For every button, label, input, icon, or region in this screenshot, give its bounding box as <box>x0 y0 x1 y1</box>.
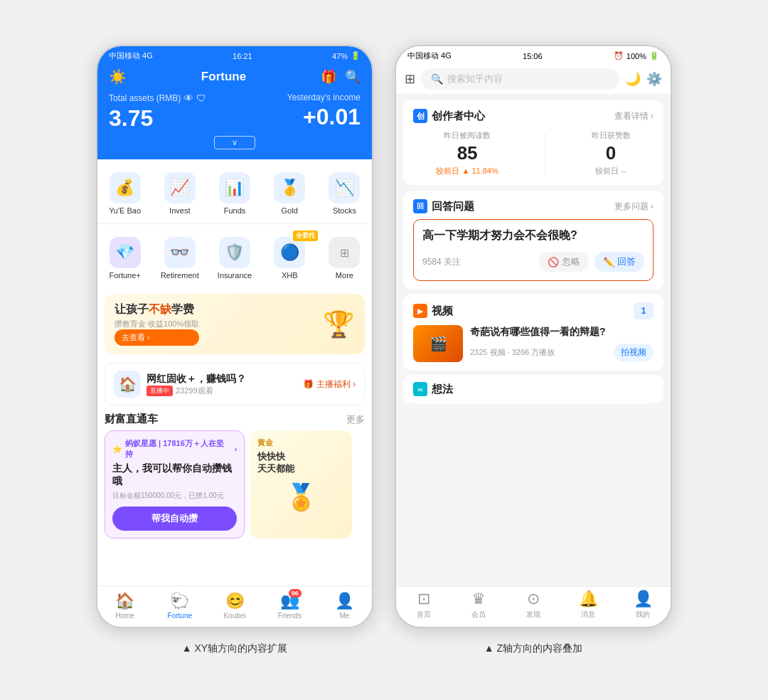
video-icon: ▶ <box>413 304 427 318</box>
retirement-label: Retirement <box>161 271 199 280</box>
moon-icon[interactable]: 🌙 <box>625 71 641 87</box>
battery-icon-right: 🔋 <box>649 51 659 60</box>
qa-question-text: 高一下学期才努力会不会很晚? <box>422 228 644 243</box>
nav-me-label: Me <box>339 612 349 620</box>
chevron-button[interactable]: ∨ <box>214 136 255 149</box>
discover-icon-zh: ⊙ <box>527 590 540 608</box>
banner-title: 让孩子不缺学费 <box>114 302 199 317</box>
battery-left: 47% <box>332 52 348 60</box>
time-left: 16:21 <box>233 52 252 60</box>
icon-more[interactable]: ⊞ More <box>317 231 372 285</box>
icon-fortune-plus[interactable]: 💎 Fortune+ <box>97 231 152 285</box>
nav-koubei[interactable]: 😊 Koubei <box>207 586 262 627</box>
creator-title-text: 创作者中心 <box>432 110 485 123</box>
video-card: ▶ 视频 1 🎬 奇葩说有哪些值得一看的辩题? 2325 视频 · 3266 万… <box>403 294 663 371</box>
zhihu-content: 创 创作者中心 查看详情 › 昨日被阅读数 85 较前日 ▲ 11.84% <box>396 95 671 586</box>
search-placeholder: 搜索知乎内容 <box>447 73 503 85</box>
ignore-button[interactable]: 🚫 忽略 <box>539 252 589 272</box>
reads-value: 85 <box>436 142 498 164</box>
ignore-icon: 🚫 <box>548 257 559 267</box>
invest-icon: 📈 <box>164 172 196 203</box>
right-phone: 中国移动 4G 15:06 ⏰ 100% 🔋 ⊞ 🔍 搜索知乎内容 🌙 ⚙️ <box>395 45 672 628</box>
right-caption: ▲ Z轴方向的内容叠加 <box>484 642 582 655</box>
eye-icon[interactable]: 👁 <box>183 92 193 104</box>
nav-friends[interactable]: 👥 Friends 96 <box>262 586 317 627</box>
fortune-title: Fortune <box>127 70 321 84</box>
video-title-section: 视频 <box>432 304 453 318</box>
icon-yuebao[interactable]: 💰 Yu'E Bao <box>97 166 152 221</box>
video-thumbnail: 🎬 <box>413 325 463 362</box>
icon-retirement[interactable]: 👓 Retirement <box>152 231 207 285</box>
fortune-plus-icon: 💎 <box>110 237 141 268</box>
video-badge[interactable]: 1 <box>634 302 654 319</box>
qa-title-text: 回答问题 <box>432 200 474 213</box>
live-title: 网红固收＋，赚钱吗？ <box>146 373 246 386</box>
qa-follow-count: 9584 关注 <box>422 256 461 268</box>
member-icon-zh: ♛ <box>471 590 486 608</box>
education-banner[interactable]: 让孩子不缺学费 攒教育金 收益100%领取 去查看 › 🏆 <box>105 294 365 354</box>
live-card[interactable]: 🏠 网红固收＋，赚钱吗？ 直播中 23299观看 🎁 主播福利 › <box>105 363 365 405</box>
nav-me[interactable]: 👤 Me <box>317 586 372 627</box>
icon-stocks[interactable]: 📉 Stocks <box>317 166 372 221</box>
me-icon: 👤 <box>335 592 354 610</box>
live-logo: 🏠 <box>114 371 141 398</box>
gold-icon: 🥇 <box>274 172 305 203</box>
left-phone: 中国移动 4G 16:21 47% 🔋 ☀️ Fortune 🎁 🔍 <box>96 45 373 628</box>
fortune-header: ☀️ Fortune 🎁 🔍 Total assets (RMB) 👁 🛡 <box>97 64 372 159</box>
nav-member-zh[interactable]: ♛ 会员 <box>451 590 506 620</box>
icon-xhb[interactable]: 🔵 XHB 全委托 <box>262 231 317 285</box>
search-icon[interactable]: 🔍 <box>345 69 361 85</box>
sixiang-section: ∞ 想法 <box>403 375 663 403</box>
video-item[interactable]: 🎬 奇葩说有哪些值得一看的辩题? 2325 视频 · 3266 万播放 拍视频 <box>413 325 654 362</box>
assets-label: Total assets (RMB) <box>109 93 181 103</box>
search-bar: ⊞ 🔍 搜索知乎内容 🌙 ⚙️ <box>396 64 671 95</box>
search-box[interactable]: 🔍 搜索知乎内容 <box>421 68 619 90</box>
live-cta[interactable]: 🎁 主播福利 › <box>303 378 356 391</box>
nav-message-zh[interactable]: 🔔 消息 <box>561 590 616 620</box>
battery-icon-left: 🔋 <box>351 51 361 60</box>
answer-button[interactable]: ✏️ 回答 <box>594 252 644 272</box>
koubei-icon: 😊 <box>225 592 245 610</box>
qa-icon: 回 <box>413 199 427 213</box>
creator-detail-link[interactable]: 查看详情 › <box>614 110 654 122</box>
likes-change: 较前日 -- <box>592 166 631 176</box>
scan-icon[interactable]: ⊞ <box>405 71 415 87</box>
sixiang-title-text: 想法 <box>432 383 453 396</box>
creator-icon: 创 <box>413 109 427 123</box>
wealth-card2-title: 快快快天天都能 <box>257 451 344 475</box>
qa-more-link[interactable]: 更多问题 › <box>614 201 654 213</box>
nav-fortune[interactable]: 🐑 Fortune <box>152 586 207 627</box>
search-icon-zhihu: 🔍 <box>431 73 443 85</box>
nav-home-zh[interactable]: ⊡ 首页 <box>396 590 451 620</box>
icon-grid-row2: 💎 Fortune+ 👓 Retirement 🛡️ Insurance 🔵 X… <box>97 223 372 288</box>
icon-gold[interactable]: 🥇 Gold <box>262 166 317 221</box>
icon-insurance[interactable]: 🛡️ Insurance <box>207 231 262 285</box>
settings-icon[interactable]: ⚙️ <box>646 71 662 87</box>
wealth-more-link[interactable]: 更多 <box>346 413 365 426</box>
nav-me-zh-label: 我的 <box>636 610 650 620</box>
wealth-card1-btn[interactable]: 帮我自动攒 <box>112 507 237 531</box>
likes-value: 0 <box>592 142 631 164</box>
insurance-icon: 🛡️ <box>219 237 250 268</box>
wealth-title: 财富直通车 <box>105 413 158 426</box>
nav-me-zh[interactable]: 👤 我的 <box>616 590 671 620</box>
assets-value: 3.75 <box>109 105 206 132</box>
shield-icon[interactable]: 🛡 <box>196 92 206 104</box>
live-viewers: 23299观看 <box>176 386 213 396</box>
icon-invest[interactable]: 📈 Invest <box>152 166 207 221</box>
stocks-label: Stocks <box>333 206 356 215</box>
banner-btn[interactable]: 去查看 › <box>114 329 199 346</box>
wealth-card-1[interactable]: ⭐ 蚂蚁星愿 | 17816万＋人在坚持 › 主人，我可以帮你自动攒钱哦 目标金… <box>105 430 245 539</box>
wealth-card-2[interactable]: 黄金 快快快天天都能 🏅 <box>250 430 351 539</box>
more-icon: ⊞ <box>329 237 360 268</box>
gold-label: Gold <box>282 206 298 215</box>
creator-card: 创 创作者中心 查看详情 › 昨日被阅读数 85 较前日 ▲ 11.84% <box>403 100 663 185</box>
nav-discover-zh[interactable]: ⊙ 发现 <box>506 590 560 620</box>
bottom-nav-left: 🏠 Home 🐑 Fortune 😊 Koubei 👥 Friends 96 <box>97 585 372 627</box>
shoot-video-btn[interactable]: 拍视频 <box>614 344 654 361</box>
nav-home[interactable]: 🏠 Home <box>97 586 152 627</box>
video-meta: 2325 视频 · 3266 万播放 <box>470 347 555 358</box>
icon-funds[interactable]: 📊 Funds <box>207 166 262 221</box>
gift-icon[interactable]: 🎁 <box>321 69 336 85</box>
time-right: 15:06 <box>523 52 543 60</box>
